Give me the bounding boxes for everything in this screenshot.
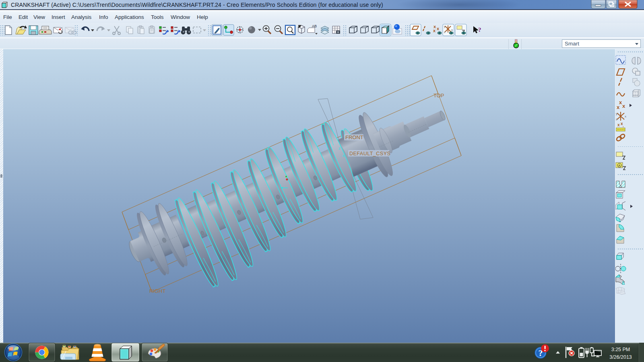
- svg-text:3:25 PM: 3:25 PM: [611, 347, 630, 352]
- svg-text:x: x: [433, 28, 436, 33]
- svg-text:?: ?: [478, 27, 481, 33]
- svg-text:z: z: [339, 146, 341, 150]
- svg-text:DEFAULT_CSYS: DEFAULT_CSYS: [349, 151, 390, 156]
- svg-text:x: x: [617, 104, 620, 110]
- svg-text:x: x: [343, 154, 345, 158]
- svg-text:x: x: [625, 115, 626, 118]
- svg-text:.: .: [623, 123, 624, 128]
- svg-text:y: y: [444, 25, 446, 28]
- svg-text:x: x: [622, 103, 625, 109]
- svg-text:z: z: [616, 117, 617, 121]
- svg-text:3/26/2013: 3/26/2013: [609, 354, 632, 360]
- svg-text:x: x: [437, 26, 440, 31]
- svg-text:AB: AB: [312, 24, 317, 28]
- svg-text:RIGHT: RIGHT: [149, 288, 166, 294]
- svg-text:x: x: [451, 28, 453, 32]
- svg-text:FRONT: FRONT: [345, 134, 363, 140]
- svg-text:A: A: [618, 164, 621, 167]
- svg-text:x: x: [617, 123, 620, 127]
- svg-text:y: y: [616, 112, 617, 115]
- svg-text:TOP: TOP: [433, 93, 444, 99]
- svg-text:z: z: [444, 30, 446, 34]
